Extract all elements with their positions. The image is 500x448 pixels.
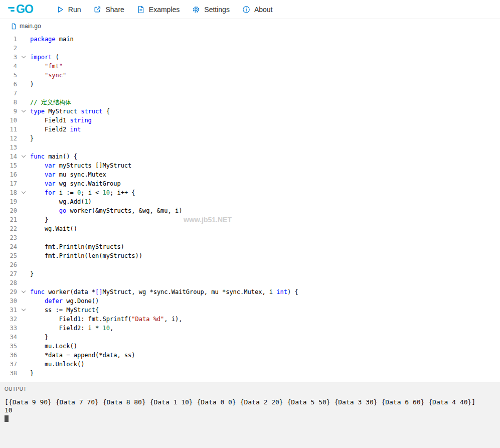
code-line: 25 fmt.Println(len(myStructs)) xyxy=(0,251,500,260)
code-line: 2 xyxy=(0,44,500,53)
share-button[interactable]: Share xyxy=(88,3,129,17)
code-editor[interactable]: 1package main23import (4 "fmt"5 "sync"6)… xyxy=(0,33,500,382)
code-line: 16 var mu sync.Mutex xyxy=(0,170,500,179)
code-text[interactable]: go worker(&myStructs, &wg, &mu, i) xyxy=(30,206,182,215)
code-text[interactable]: var mu sync.Mutex xyxy=(30,170,106,179)
fold-gutter xyxy=(17,116,30,125)
code-line: 18 for i := 0; i < 10; i++ { xyxy=(0,188,500,197)
run-button[interactable]: Run xyxy=(51,3,86,17)
tab-bar: main.go xyxy=(0,19,500,33)
code-line: 30 defer wg.Done() xyxy=(0,296,500,306)
output-lines: [{Data 9 90} {Data 7 70} {Data 8 80} {Da… xyxy=(5,398,496,414)
code-text[interactable]: mu.Lock() xyxy=(30,342,77,351)
go-logo[interactable]: GO xyxy=(8,4,33,15)
output-panel: OUTPUT [{Data 9 90} {Data 7 70} {Data 8 … xyxy=(0,382,500,448)
line-number: 28 xyxy=(0,278,17,287)
fold-chevron-icon[interactable] xyxy=(17,107,30,116)
code-text[interactable]: "fmt" xyxy=(30,62,63,71)
line-number: 5 xyxy=(0,71,17,80)
code-text[interactable]: Field2 int xyxy=(30,125,81,134)
line-number: 24 xyxy=(0,242,17,251)
fold-chevron-icon[interactable] xyxy=(17,53,30,62)
code-text[interactable]: // 定义结构体 xyxy=(30,98,71,107)
code-text[interactable]: for i := 0; i < 10; i++ { xyxy=(30,188,135,197)
code-text[interactable]: defer wg.Done() xyxy=(30,296,99,306)
fold-chevron-icon[interactable] xyxy=(17,306,30,315)
toolbar: Run Share xyxy=(51,3,278,17)
code-text[interactable]: Field2: i * 10, xyxy=(30,324,113,333)
code-text[interactable]: } xyxy=(30,333,48,342)
code-line: 13 xyxy=(0,143,500,152)
settings-button[interactable]: Settings xyxy=(187,3,235,17)
line-number: 10 xyxy=(0,116,17,125)
fold-gutter xyxy=(17,98,30,107)
tab-label: main.go xyxy=(20,23,41,30)
code-text[interactable]: } xyxy=(30,369,34,378)
line-number: 3 xyxy=(0,53,17,62)
fold-chevron-icon[interactable] xyxy=(17,287,30,296)
code-line: 7 xyxy=(0,89,500,98)
line-number: 30 xyxy=(0,296,17,306)
code-text[interactable]: wg.Add(1) xyxy=(30,197,92,206)
line-number: 19 xyxy=(0,197,17,206)
code-line: 10 Field1 string xyxy=(0,116,500,125)
code-line: 21 } xyxy=(0,215,500,224)
code-line: 9type MyStruct struct { xyxy=(0,107,500,116)
code-text[interactable]: func worker(data *[]MyStruct, wg *sync.W… xyxy=(30,287,298,296)
code-text[interactable]: var wg sync.WaitGroup xyxy=(30,179,121,188)
fold-chevron-icon[interactable] xyxy=(17,152,30,161)
line-number: 8 xyxy=(0,98,17,107)
line-number: 35 xyxy=(0,342,17,351)
code-text[interactable]: import ( xyxy=(30,53,59,62)
fold-gutter xyxy=(17,62,30,71)
line-number: 34 xyxy=(0,333,17,342)
about-button[interactable]: About xyxy=(237,3,278,17)
line-number: 37 xyxy=(0,360,17,369)
code-text[interactable]: } xyxy=(30,215,48,224)
code-text[interactable]: wg.Wait() xyxy=(30,224,77,233)
code-text[interactable]: Field1 string xyxy=(30,116,92,125)
line-number: 6 xyxy=(0,80,17,89)
code-text[interactable]: *data = append(*data, ss) xyxy=(30,351,135,360)
code-text[interactable]: } xyxy=(30,269,34,278)
code-line: 31 ss := MyStruct{ xyxy=(0,306,500,315)
fold-chevron-icon[interactable] xyxy=(17,188,30,197)
fold-gutter xyxy=(17,170,30,179)
code-text[interactable]: var myStructs []MyStruct xyxy=(30,161,131,170)
code-text[interactable]: Field1: fmt.Sprintf("Data %d", i), xyxy=(30,315,182,324)
code-text[interactable]: fmt.Println(myStructs) xyxy=(30,242,124,251)
code-text[interactable]: fmt.Println(len(myStructs)) xyxy=(30,251,142,260)
fold-gutter xyxy=(17,89,30,98)
share-button-label: Share xyxy=(105,6,124,14)
code-text[interactable]: } xyxy=(30,134,34,143)
line-number: 16 xyxy=(0,170,17,179)
code-line: 22 wg.Wait() xyxy=(0,224,500,233)
code-text[interactable]: package main xyxy=(30,35,74,44)
output-line: 10 xyxy=(5,406,496,414)
tab-main-go[interactable]: main.go xyxy=(11,23,41,30)
examples-button[interactable]: Examples xyxy=(132,3,185,17)
line-number: 13 xyxy=(0,143,17,152)
code-text[interactable]: ss := MyStruct{ xyxy=(30,306,99,315)
line-number: 11 xyxy=(0,125,17,134)
code-line: 12} xyxy=(0,134,500,143)
code-text[interactable]: mu.Unlock() xyxy=(30,360,84,369)
go-logo-lines xyxy=(8,7,15,12)
code-text[interactable]: ) xyxy=(30,80,34,89)
examples-document-icon xyxy=(137,6,145,14)
code-line: 14func main() { xyxy=(0,152,500,161)
fold-gutter xyxy=(17,71,30,80)
code-line: 24 fmt.Println(myStructs) xyxy=(0,242,500,251)
code-line: 36 *data = append(*data, ss) xyxy=(0,351,500,360)
code-text[interactable]: "sync" xyxy=(30,71,66,80)
code-text[interactable]: type MyStruct struct { xyxy=(30,107,110,116)
code-text[interactable]: func main() { xyxy=(30,152,77,161)
code-line: 1package main xyxy=(0,35,500,44)
fold-gutter xyxy=(17,360,30,369)
info-icon xyxy=(242,6,250,14)
code-line: 29func worker(data *[]MyStruct, wg *sync… xyxy=(0,287,500,296)
line-number: 12 xyxy=(0,134,17,143)
code-line: 3import ( xyxy=(0,53,500,62)
line-number: 18 xyxy=(0,188,17,197)
settings-button-label: Settings xyxy=(204,6,230,14)
